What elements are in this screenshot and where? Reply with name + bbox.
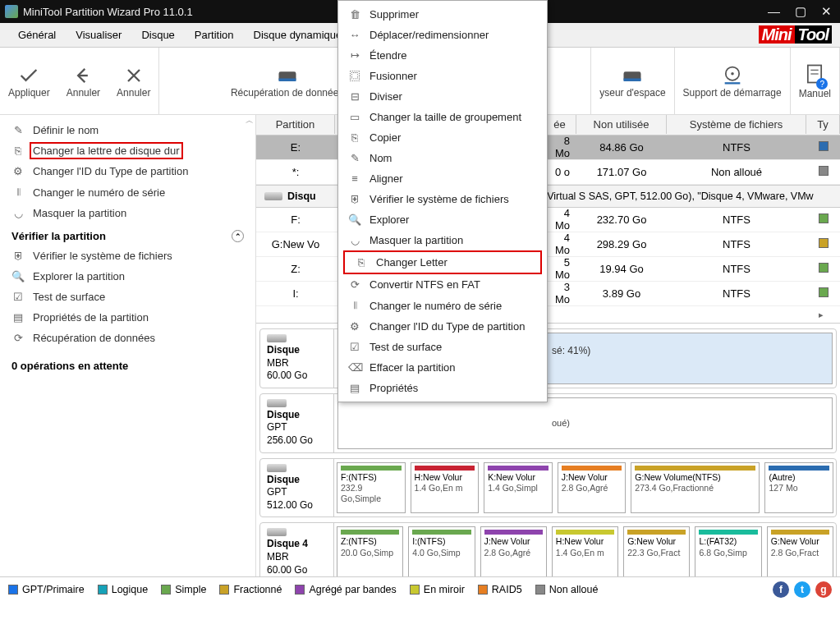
partition-box[interactable]: I:(NTFS)4.0 Go,Simp <box>408 526 475 576</box>
context-menu-item[interactable]: ☑Test de surface <box>338 337 547 357</box>
space-analyzer-button[interactable]: yseur d'espace <box>591 59 673 103</box>
partition-box[interactable]: F:(NTFS)232.9 Go,Simple <box>337 462 406 514</box>
apply-button[interactable]: Appliquer <box>0 59 58 103</box>
sidebar-item[interactable]: ◡Masquer la partition <box>0 203 255 223</box>
context-item-icon: ⎘ <box>348 131 361 144</box>
disk-label: Disque 4MBR60.00 Go <box>260 523 334 576</box>
context-menu-item[interactable]: ↦Étendre <box>338 45 547 66</box>
sidebar-item[interactable]: 🔍Explorer la partition <box>0 266 255 287</box>
facebook-icon[interactable]: f <box>773 581 789 598</box>
sidebar-item[interactable]: ⦀Changer le numéro de série <box>0 181 255 203</box>
disk-label: DisqueMBR60.00 Go <box>260 329 334 388</box>
undo-button[interactable]: Annuler <box>58 59 108 103</box>
context-menu-item[interactable]: ⊟Diviser <box>338 86 547 107</box>
legend-item: Fractionné <box>219 584 282 595</box>
data-recovery-button[interactable]: Récupération de données <box>223 59 351 103</box>
partition-box[interactable]: L:(FAT32)6.8 Go,Simp <box>695 526 761 576</box>
context-menu-item[interactable]: ≡Aligner <box>338 168 547 189</box>
disk-icon <box>267 528 287 536</box>
scroll-right-icon[interactable]: ▸ <box>819 310 824 320</box>
partition-box[interactable]: G:New Volume(NTFS)273.4 Go,Fractionné <box>631 462 760 514</box>
menu-partition[interactable]: Partition <box>185 25 244 44</box>
context-item-icon: ⛨ <box>348 193 361 205</box>
context-item-icon: ☑ <box>348 341 361 353</box>
google-plus-icon[interactable]: g <box>815 581 832 598</box>
context-item-label: Nom <box>370 152 392 164</box>
maximize-button[interactable]: ▢ <box>792 4 810 19</box>
col-unused[interactable]: Non utilisée <box>576 115 667 134</box>
partition-box[interactable]: H:New Volur1.4 Go,En m <box>411 462 480 514</box>
sidebar-item-icon: ☑ <box>11 291 25 303</box>
context-menu-item[interactable]: ⌫Effacer la partition <box>338 357 547 378</box>
legend-swatch <box>535 585 545 595</box>
context-menu-item[interactable]: ⚙Changer l'ID du Type de partition <box>338 316 547 337</box>
cancel-button[interactable]: Annuler <box>108 59 158 103</box>
sidebar-item[interactable]: ⛨Vérifier le système de fichiers <box>0 246 255 266</box>
context-menu-item[interactable]: ⦀Changer le numéro de série <box>338 295 547 316</box>
menu-general[interactable]: Général <box>8 25 66 44</box>
minimize-button[interactable]: — <box>764 4 783 19</box>
legend-swatch <box>410 585 420 595</box>
legend-swatch <box>98 585 108 595</box>
context-item-label: Masquer la partition <box>370 234 463 246</box>
collapse-icon[interactable]: ⌃ <box>232 230 244 242</box>
partition-box[interactable]: G:New Volur22.3 Go,Fract <box>623 526 690 576</box>
col-fs[interactable]: Système de fichiers <box>667 115 806 134</box>
context-menu-item[interactable]: 🗑Supprimer <box>338 4 547 25</box>
context-item-label: Changer le numéro de série <box>370 300 502 312</box>
context-item-label: Déplacer/redimensionner <box>370 29 489 41</box>
disk-label: DisqueGPT512.00 Go <box>260 459 334 517</box>
doc-icon <box>803 62 826 88</box>
boot-media-button[interactable]: Support de démarrage <box>675 59 790 103</box>
menu-disque-dynamique[interactable]: Disque dynamique <box>244 25 352 44</box>
sidebar-item-label: Changer la lettre de disque dur <box>33 145 180 157</box>
svg-rect-6 <box>724 82 740 84</box>
context-item-icon: ▭ <box>348 111 361 123</box>
sidebar-item-label: Changer l'ID du Type de partition <box>33 165 188 177</box>
context-menu-item[interactable]: ⿴Fusionner <box>338 66 547 86</box>
context-menu-item[interactable]: ✎Nom <box>338 148 547 168</box>
social-links: f t g <box>773 581 832 598</box>
partition-box[interactable]: G:New Volur2.8 Go,Fract <box>767 526 833 576</box>
sidebar-item-icon: ⦀ <box>11 186 25 199</box>
context-menu-item[interactable]: ⛨Vérifier le système de fichiers <box>338 189 547 209</box>
menu-visualiser[interactable]: Visualiser <box>66 25 131 44</box>
twitter-icon[interactable]: t <box>794 581 810 598</box>
sidebar-item[interactable]: ⚙Changer l'ID du Type de partition <box>0 161 255 181</box>
context-item-icon: ◡ <box>348 234 361 246</box>
sidebar-item[interactable]: ✎Définir le nom <box>0 120 255 140</box>
partition-box[interactable]: Z:(NTFS)20.0 Go,Simp <box>337 526 403 576</box>
manual-button[interactable]: Manuel <box>791 57 839 104</box>
sidebar-section-verify[interactable]: Vérifier la partition ⌃ <box>0 223 255 246</box>
col-partition[interactable]: Partition <box>256 115 335 134</box>
context-item-icon: 🗑 <box>348 8 361 21</box>
sidebar-item[interactable]: ⟳Récupération de données <box>0 328 255 348</box>
menu-disque[interactable]: Disque <box>131 25 184 44</box>
context-menu-item[interactable]: ⎘Copier <box>338 127 547 148</box>
col-type[interactable]: Ty <box>806 115 840 134</box>
context-menu-item[interactable]: ↔Déplacer/redimensionner <box>338 25 547 45</box>
disk-icon <box>264 192 282 200</box>
chevron-up-icon[interactable]: ︿ <box>246 115 254 126</box>
context-menu-item[interactable]: 🔍Explorer <box>338 209 547 230</box>
context-menu-item[interactable]: ▤Propriétés <box>338 378 547 398</box>
sidebar-item[interactable]: ☑Test de surface <box>0 287 255 307</box>
context-item-label: Fusionner <box>370 70 417 82</box>
sidebar: ︿ ✎Définir le nom⎘Changer la lettre de d… <box>0 115 256 576</box>
partition-box[interactable]: J:New Volur2.8 Go,Agré <box>480 526 547 576</box>
sidebar-item[interactable]: ▤Propriétés de la partition <box>0 307 255 328</box>
sidebar-item[interactable]: ⎘Changer la lettre de disque dur <box>0 140 255 161</box>
context-menu-item[interactable]: ⎘Changer Letter <box>345 252 540 273</box>
partition-box[interactable]: J:New Volur2.8 Go,Agré <box>558 462 627 514</box>
context-menu-item[interactable]: ▭Changer la taille de groupement <box>338 107 547 127</box>
context-menu-item[interactable]: ⟳Convertir NTFS en FAT <box>338 274 547 295</box>
legend-item: Simple <box>161 584 206 595</box>
context-item-icon: ⿴ <box>348 70 361 82</box>
disk-icon <box>267 399 287 407</box>
partition-box[interactable]: K:New Volur1.4 Go,Simpl <box>484 462 553 514</box>
context-menu: 🗑Supprimer↔Déplacer/redimensionner↦Étend… <box>337 0 548 402</box>
context-menu-item[interactable]: ◡Masquer la partition <box>338 230 547 250</box>
partition-box[interactable]: H:New Volur1.4 Go,En m <box>552 526 618 576</box>
partition-box[interactable]: (Autre)127 Mo <box>764 462 833 514</box>
close-button[interactable]: ✕ <box>818 4 835 19</box>
